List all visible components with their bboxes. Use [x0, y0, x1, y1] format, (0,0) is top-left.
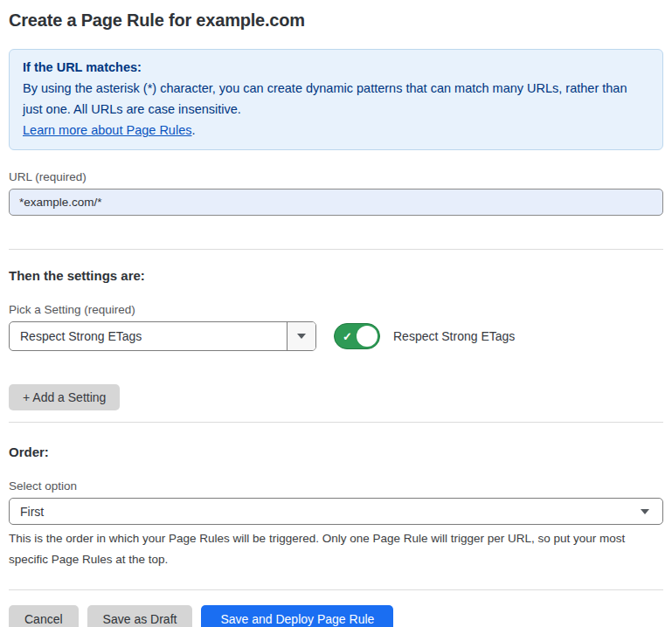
order-section-heading: Order:: [9, 444, 663, 459]
section-divider: [9, 422, 663, 423]
setting-dropdown[interactable]: Respect Strong ETags: [9, 321, 316, 351]
order-select[interactable]: First: [9, 498, 663, 525]
info-box-heading: If the URL matches:: [23, 57, 649, 78]
setting-dropdown-value: Respect Strong ETags: [10, 322, 287, 350]
link-period: .: [191, 123, 195, 137]
add-setting-button[interactable]: + Add a Setting: [9, 384, 120, 410]
caret-down-icon: [641, 509, 649, 514]
url-match-info-box: If the URL matches: By using the asteris…: [9, 49, 663, 150]
save-draft-button[interactable]: Save as Draft: [87, 605, 193, 627]
info-box-link-line: Learn more about Page Rules.: [23, 120, 649, 141]
caret-down-icon: [297, 334, 306, 339]
order-select-label: Select option: [9, 479, 663, 493]
footer-actions: Cancel Save as Draft Save and Deploy Pag…: [9, 605, 663, 627]
page-title: Create a Page Rule for example.com: [9, 10, 663, 31]
order-help-text: This is the order in which your Page Rul…: [9, 528, 657, 570]
order-select-value: First: [20, 505, 44, 519]
url-input[interactable]: [9, 189, 663, 216]
learn-more-link[interactable]: Learn more about Page Rules: [23, 123, 191, 137]
setting-toggle-label: Respect Strong ETags: [393, 329, 515, 343]
cancel-button[interactable]: Cancel: [9, 605, 79, 627]
info-box-body: By using the asterisk (*) character, you…: [23, 78, 649, 120]
footer-divider: [9, 589, 663, 590]
setting-picker-label: Pick a Setting (required): [9, 303, 663, 316]
settings-section-heading: Then the settings are:: [9, 268, 663, 283]
setting-dropdown-arrow-button[interactable]: [287, 322, 315, 350]
page-rule-form: Create a Page Rule for example.com If th…: [0, 10, 672, 627]
toggle-knob: [357, 326, 378, 347]
check-icon: ✓: [343, 331, 352, 342]
setting-toggle[interactable]: ✓: [334, 323, 380, 349]
section-divider: [9, 249, 663, 250]
save-deploy-button[interactable]: Save and Deploy Page Rule: [201, 605, 393, 627]
setting-row: Respect Strong ETags ✓ Respect Strong ET…: [9, 321, 663, 351]
url-field-label: URL (required): [9, 170, 663, 183]
